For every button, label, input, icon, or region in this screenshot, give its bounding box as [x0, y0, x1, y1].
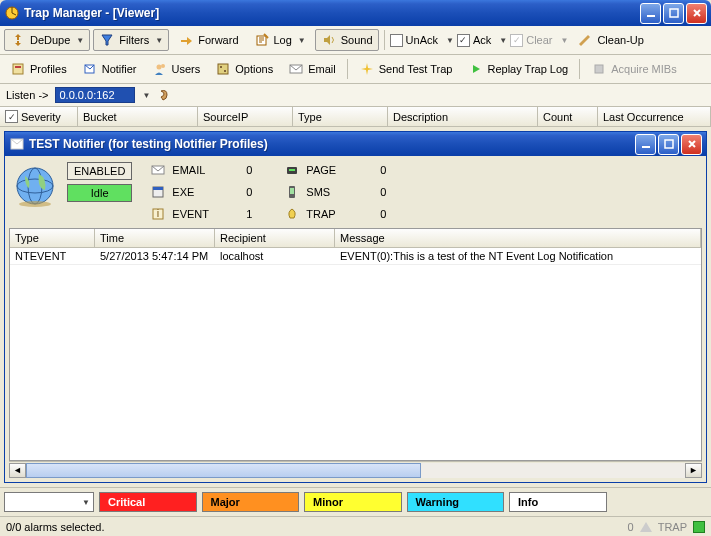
ack-checkbox[interactable]: ✓ — [457, 34, 470, 47]
clear-label: Clear — [526, 34, 552, 46]
listen-label: Listen -> — [6, 89, 49, 101]
scroll-track[interactable] — [26, 463, 685, 478]
maximize-button[interactable] — [663, 3, 684, 24]
broom-icon — [577, 32, 593, 48]
cleanup-button[interactable]: Clean-Up — [571, 29, 649, 51]
severity-legend-bar: ▼ Critical Major Minor Warning Info — [0, 487, 711, 516]
options-button[interactable]: Options — [209, 58, 279, 80]
svg-point-7 — [156, 65, 161, 70]
unack-checkbox[interactable] — [390, 34, 403, 47]
col-type[interactable]: Type — [293, 107, 388, 126]
replay-label: Replay Trap Log — [488, 63, 569, 75]
main-grid-headers: ✓Severity Bucket SourceIP Type Descripti… — [0, 107, 711, 127]
email-small-icon — [150, 162, 166, 178]
col-bucket[interactable]: Bucket — [78, 107, 198, 126]
clear-checkbox[interactable]: ✓ — [510, 34, 523, 47]
severity-checkbox[interactable]: ✓ — [5, 110, 18, 123]
table-row[interactable]: NTEVENT 5/27/2013 5:47:14 PM localhost E… — [10, 248, 701, 265]
chevron-down-icon: ▼ — [155, 36, 163, 45]
severity-critical[interactable]: Critical — [99, 492, 197, 512]
scroll-left-button[interactable]: ◄ — [9, 463, 26, 478]
globe-icon — [11, 162, 59, 210]
svg-rect-5 — [15, 66, 21, 68]
col-description[interactable]: Description — [388, 107, 538, 126]
spark-icon — [359, 61, 375, 77]
download-icon — [591, 61, 607, 77]
svg-rect-15 — [642, 146, 650, 148]
ncol-type[interactable]: Type — [10, 229, 95, 247]
ncol-time[interactable]: Time — [95, 229, 215, 247]
scroll-thumb[interactable] — [26, 463, 421, 478]
severity-major[interactable]: Major — [202, 492, 300, 512]
chevron-down-icon: ▼ — [298, 36, 306, 45]
col-severity[interactable]: ✓Severity — [0, 107, 78, 126]
toolbar-secondary: Profiles Notifier Users Options Email Se… — [0, 55, 711, 84]
forward-button[interactable]: Forward — [172, 29, 244, 51]
close-button[interactable] — [686, 3, 707, 24]
col-last-occurrence[interactable]: Last Occurrence — [598, 107, 711, 126]
replay-trap-log-button[interactable]: Replay Trap Log — [462, 58, 575, 80]
send-test-trap-button[interactable]: Send Test Trap — [353, 58, 459, 80]
log-button[interactable]: Log▼ — [248, 29, 312, 51]
chevron-down-icon: ▼ — [499, 36, 507, 45]
listen-address-input[interactable]: 0.0.0.0:162 — [55, 87, 135, 103]
severity-minor[interactable]: Minor — [304, 492, 402, 512]
chevron-down-icon: ▼ — [560, 36, 568, 45]
email-icon — [288, 61, 304, 77]
ncol-recipient[interactable]: Recipient — [215, 229, 335, 247]
toolbar-primary: DeDupe▼ Filters▼ Forward Log▼ Sound UnAc… — [0, 26, 711, 55]
horizontal-scrollbar[interactable]: ◄ ► — [9, 461, 702, 478]
scroll-right-button[interactable]: ► — [685, 463, 702, 478]
svg-rect-16 — [665, 140, 673, 148]
svg-rect-27 — [289, 169, 295, 171]
warning-triangle-icon — [640, 522, 652, 532]
profiles-button[interactable]: Profiles — [4, 58, 73, 80]
filters-button[interactable]: Filters▼ — [93, 29, 169, 51]
idle-status: Idle — [67, 184, 132, 202]
send-test-label: Send Test Trap — [379, 63, 453, 75]
filters-label: Filters — [119, 34, 149, 46]
svg-point-17 — [17, 168, 53, 204]
notifier-table-header: Type Time Recipient Message — [10, 229, 701, 248]
acquire-mibs-button[interactable]: Acquire MIBs — [585, 58, 682, 80]
col-count[interactable]: Count — [538, 107, 598, 126]
ncol-message[interactable]: Message — [335, 229, 701, 247]
severity-warning[interactable]: Warning — [407, 492, 505, 512]
notifier-titlebar: TEST Notifier (for testing Notifier Prof… — [5, 132, 706, 156]
cell-type: NTEVENT — [10, 248, 95, 264]
users-button[interactable]: Users — [146, 58, 207, 80]
email-button[interactable]: Email — [282, 58, 342, 80]
sound-button[interactable]: Sound — [315, 29, 379, 51]
severity-select[interactable]: ▼ — [4, 492, 94, 512]
notifier-title: TEST Notifier (for testing Notifier Prof… — [29, 137, 635, 151]
log-icon — [254, 32, 270, 48]
svg-rect-9 — [218, 64, 228, 74]
notifier-button[interactable]: Notifier — [76, 58, 143, 80]
ear-icon[interactable] — [156, 87, 172, 103]
cell-message: EVENT(0):This is a test of the NT Event … — [335, 248, 701, 264]
dedupe-button[interactable]: DeDupe▼ — [4, 29, 90, 51]
acquire-label: Acquire MIBs — [611, 63, 676, 75]
options-icon — [215, 61, 231, 77]
trap-small-icon — [284, 206, 300, 222]
chevron-down-icon[interactable]: ▼ — [143, 91, 151, 100]
minimize-button[interactable] — [640, 3, 661, 24]
notifier-close-button[interactable] — [681, 134, 702, 155]
log-label: Log — [274, 34, 292, 46]
notifier-table-body[interactable]: NTEVENT 5/27/2013 5:47:14 PM localhost E… — [10, 248, 701, 460]
event-small-icon: i — [150, 206, 166, 222]
col-sourceip[interactable]: SourceIP — [198, 107, 293, 126]
dedupe-label: DeDupe — [30, 34, 70, 46]
sms-small-icon — [284, 184, 300, 200]
notifier-maximize-button[interactable] — [658, 134, 679, 155]
svg-rect-13 — [595, 65, 603, 73]
severity-info[interactable]: Info — [509, 492, 607, 512]
notifier-minimize-button[interactable] — [635, 134, 656, 155]
app-icon — [4, 5, 20, 21]
sound-label: Sound — [341, 34, 373, 46]
options-label: Options — [235, 63, 273, 75]
notifier-label: Notifier — [102, 63, 137, 75]
notifier-window: TEST Notifier (for testing Notifier Prof… — [4, 131, 707, 483]
window-title: Trap Manager - [Viewer] — [24, 6, 640, 20]
users-label: Users — [172, 63, 201, 75]
